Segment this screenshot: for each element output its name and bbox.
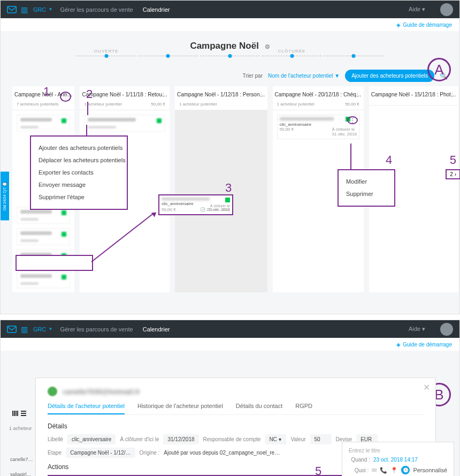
help-menu[interactable]: Aide ▾ [409, 326, 425, 333]
callout-letter-a: A [427, 58, 451, 81]
add-leads-button[interactable]: Ajouter des acheteurs potentiels [345, 70, 434, 82]
campaign-title: Campagne Noël [190, 41, 258, 51]
menu-item-export-contacts[interactable]: Exporter les contacts [39, 167, 119, 179]
nav-manage-sales[interactable]: Gérer les parcours de vente [60, 326, 133, 333]
column-menu-icon[interactable]: ⋮ [449, 92, 455, 99]
menu-item-send-message[interactable]: Envoyer message [39, 179, 119, 191]
label-field[interactable]: clic_anniversaire [67, 434, 116, 444]
selected-card-highlight [16, 255, 93, 271]
mail-icon[interactable] [7, 326, 17, 333]
caret-down-icon[interactable]: ▼ [48, 7, 52, 12]
sort-dropdown[interactable]: Nom de l'acheteur potentiel ▼ [268, 73, 340, 79]
origin-text: Ajouté par vous depuis 02_campagne_noel_… [164, 450, 280, 456]
menu-item-edit[interactable]: Modifier [346, 176, 387, 188]
clock-icon[interactable]: 🕓 [401, 466, 410, 474]
lead-card[interactable] [17, 271, 70, 288]
connector [87, 102, 88, 115]
menu-item-add-leads[interactable]: Ajouter des acheteurs potentiels [39, 142, 119, 154]
grc-menu[interactable]: GRC [33, 6, 46, 13]
column-context-menu: Ajouter des acheteurs potentiels Déplace… [30, 135, 128, 210]
value-field[interactable]: 50 [310, 434, 332, 444]
dragged-card-preview[interactable]: clic_anniversaire À clôturer le31 déc. 2… [158, 194, 233, 215]
sub-bar: ◈ Guide de démarrage [1, 338, 459, 351]
card-context-menu: Modifier Supprimer [338, 169, 395, 207]
status-badge [48, 387, 57, 396]
menu-item-move-leads[interactable]: Déplacer les acheteurs potentiels [39, 154, 119, 167]
screenshot-panel-b: ▥ GRC ▼ Gérer les parcours de vente Cale… [0, 320, 460, 476]
detail-tabs: Détails de l'acheteur potentiel Historiq… [48, 403, 424, 415]
mail-icon[interactable]: ✉ [372, 467, 377, 474]
nav-calendar[interactable]: Calendrier [143, 6, 170, 13]
diamond-icon: ◈ [396, 342, 401, 347]
view-toggle[interactable] [9, 410, 29, 417]
tab-lead-history[interactable]: Historique de l'acheteur potentiel [137, 403, 223, 414]
lead-card[interactable]: clic_anniversaire 50,00 € À clôturer le3… [277, 115, 359, 139]
lead-email-title: canelle7030@hotmail.fr [63, 388, 140, 396]
add-action-popover: Entrez le titre Quand : 23 oct. 2018 14:… [342, 442, 454, 476]
startup-guide-link[interactable]: Guide de démarrage [403, 22, 452, 28]
app-icon[interactable]: ▥ [21, 325, 28, 334]
avatar[interactable] [440, 323, 453, 336]
list-item[interactable]: canelle70… [10, 457, 34, 462]
connector [86, 125, 87, 137]
connector [350, 143, 351, 169]
menu-item-delete[interactable]: Supprimer [346, 188, 387, 200]
app-icon[interactable]: ▥ [21, 5, 28, 14]
tab-contact-details[interactable]: Détails du contact [236, 403, 282, 414]
column-title: Campagne Noël - 20/12/18 : Chèq… [273, 86, 364, 101]
svg-rect-0 [7, 6, 17, 13]
lead-card[interactable] [17, 228, 70, 245]
lead-card[interactable] [84, 115, 165, 132]
callout-2: 2 [86, 87, 93, 101]
close-date-field[interactable]: 31/12/2018 [163, 434, 198, 444]
phone-icon[interactable]: 📞 [380, 467, 387, 474]
startup-guide-link[interactable]: Guide de démarrage [403, 342, 452, 347]
campaign-title-row: Campagne Noël ⚙ [12, 41, 448, 51]
lead-count: 1 acheteur [9, 426, 32, 431]
svg-rect-1 [7, 326, 17, 333]
pin-icon[interactable]: 📍 [390, 467, 398, 474]
callout-1: 1 [43, 85, 50, 99]
avatar[interactable] [440, 3, 453, 16]
when-date-link[interactable]: 23 oct. 2018 14:17 [373, 457, 418, 463]
card-menu-icon[interactable]: ⋮ [347, 116, 358, 124]
menu-item-delete-step[interactable]: Supprimer l'étape [39, 191, 119, 203]
screenshot-panel-a: ▥ GRC ▼ Gérer les parcours de vente Cale… [0, 0, 460, 314]
nav-manage-sales[interactable]: Gérer les parcours de vente [60, 6, 133, 13]
nav-calendar[interactable]: Calendrier [143, 326, 170, 333]
column-title: Campagne Noël - 1/11/18 : Retou… [80, 86, 170, 101]
callout-5b: 5 [315, 464, 321, 476]
action-title-input[interactable]: Entrez le titre [349, 448, 447, 454]
pipeline-board: A Campagne Noël ⚙ OUVERTE CLÔTURÉE Trier… [1, 31, 459, 314]
status-indicator [225, 198, 230, 202]
sort-bar: Trier par Nom de l'acheteur potentiel ▼ … [12, 70, 448, 82]
callout-5: 5 [450, 153, 456, 167]
tab-lead-details[interactable]: Détails de l'acheteur potentiel [48, 403, 125, 414]
stage-field[interactable]: Campagne Noël - 1/12/… [66, 448, 135, 458]
list-item[interactable]: saliagirl@… [10, 472, 34, 476]
column-menu-icon[interactable]: ⋮ [355, 92, 361, 99]
tab-gdpr[interactable]: RGPD [295, 403, 312, 414]
sort-label: Trier par [243, 73, 263, 79]
top-navbar: ▥ GRC ▼ Gérer les parcours de vente Cale… [1, 320, 459, 338]
sub-bar: ◈ Guide de démarrage [1, 18, 459, 31]
close-icon[interactable]: ✕ [423, 382, 430, 392]
mail-icon[interactable] [7, 6, 17, 13]
diamond-icon: ◈ [396, 22, 401, 28]
feedback-tab[interactable]: Old 24/24 7j/7 💬 [1, 172, 9, 221]
caret-down-icon[interactable]: ▼ [48, 327, 52, 331]
lead-card[interactable] [17, 115, 70, 132]
column-menu-icon[interactable]: ⋮ [258, 92, 264, 99]
column-title: Campagne Noël - 1/12/18 : Person… [175, 86, 267, 101]
column-menu-icon[interactable]: ⋮ [160, 92, 166, 99]
owner-field[interactable]: NC ▾ [265, 434, 286, 444]
lead-list-sidebar: canelle70… saliagirl@… loony67@… [10, 447, 34, 476]
help-menu[interactable]: Aide ▾ [409, 6, 425, 13]
column-title: Campagne Noël - 15/12/18 : Phot… [369, 86, 458, 101]
grc-menu[interactable]: GRC [33, 326, 46, 333]
kanban-column: ⋮ Campagne Noël - 1/12/18 : Person… 1 ac… [175, 86, 267, 292]
pager-next[interactable]: 2 › [446, 169, 460, 179]
gear-icon[interactable]: ⚙ [265, 43, 270, 50]
top-navbar: ▥ GRC ▼ Gérer les parcours de vente Cale… [1, 1, 459, 18]
kanban-view-icon [12, 411, 19, 416]
